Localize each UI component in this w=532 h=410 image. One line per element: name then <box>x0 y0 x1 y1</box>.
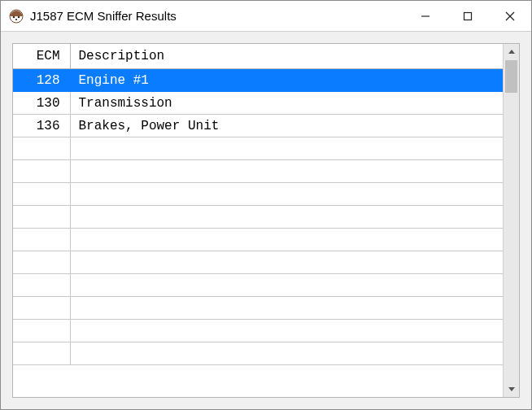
cell-empty <box>13 274 70 297</box>
cell-empty <box>13 229 70 251</box>
cell-ecm: 130 <box>13 92 70 115</box>
table-row-empty <box>13 297 503 320</box>
svg-point-3 <box>15 19 17 20</box>
cell-empty <box>70 251 503 274</box>
cell-empty <box>13 320 70 342</box>
cell-empty <box>70 297 503 320</box>
table-header-row: ECM Description <box>13 44 503 69</box>
minimize-button[interactable] <box>404 1 447 31</box>
scroll-up-button[interactable] <box>504 44 519 60</box>
table-row-empty <box>13 160 503 183</box>
window-controls <box>404 1 531 31</box>
cell-description: Brakes, Power Unit <box>70 115 503 137</box>
cell-empty <box>13 183 70 206</box>
scroll-down-button[interactable] <box>504 381 519 397</box>
table-row[interactable]: 128Engine #1 <box>13 69 503 92</box>
cell-description: Engine #1 <box>70 69 503 92</box>
svg-point-1 <box>13 15 15 18</box>
svg-point-2 <box>18 15 20 18</box>
column-header-description[interactable]: Description <box>70 44 503 69</box>
window-title: J1587 ECM Sniffer Results <box>30 9 404 23</box>
cell-empty <box>13 137 70 160</box>
cell-empty <box>70 320 503 342</box>
results-panel: ECM Description 128Engine #1130Transmiss… <box>12 43 520 398</box>
scroll-track[interactable] <box>504 60 519 381</box>
results-table-wrap: ECM Description 128Engine #1130Transmiss… <box>13 44 503 397</box>
cell-ecm: 136 <box>13 115 70 137</box>
cell-empty <box>13 297 70 320</box>
table-row-empty <box>13 342 503 365</box>
table-row[interactable]: 130Transmission <box>13 92 503 115</box>
cell-empty <box>13 160 70 183</box>
cell-empty <box>13 342 70 365</box>
table-row-empty <box>13 274 503 297</box>
table-body: 128Engine #1130Transmission136Brakes, Po… <box>13 69 503 365</box>
cell-empty <box>70 206 503 229</box>
cell-empty <box>70 183 503 206</box>
table-row-empty <box>13 137 503 160</box>
cell-empty <box>70 229 503 251</box>
cell-empty <box>70 137 503 160</box>
app-icon <box>9 9 24 24</box>
maximize-button[interactable] <box>447 1 489 31</box>
results-table: ECM Description 128Engine #1130Transmiss… <box>13 44 503 365</box>
table-row-empty <box>13 251 503 274</box>
table-row-empty <box>13 229 503 251</box>
close-button[interactable] <box>489 1 531 31</box>
cell-empty <box>70 274 503 297</box>
app-window: J1587 ECM Sniffer Results ECM Descriptio… <box>0 0 532 410</box>
cell-empty <box>70 342 503 365</box>
table-row-empty <box>13 183 503 206</box>
cell-empty <box>13 251 70 274</box>
vertical-scrollbar[interactable] <box>503 44 519 397</box>
table-row-empty <box>13 320 503 342</box>
client-area: ECM Description 128Engine #1130Transmiss… <box>1 32 531 409</box>
cell-ecm: 128 <box>13 69 70 92</box>
table-row-empty <box>13 206 503 229</box>
table-row[interactable]: 136Brakes, Power Unit <box>13 115 503 137</box>
column-header-ecm[interactable]: ECM <box>13 44 70 69</box>
svg-rect-5 <box>464 12 472 20</box>
cell-description: Transmission <box>70 92 503 115</box>
cell-empty <box>70 160 503 183</box>
cell-empty <box>13 206 70 229</box>
titlebar[interactable]: J1587 ECM Sniffer Results <box>1 1 531 32</box>
scroll-thumb[interactable] <box>505 60 517 93</box>
